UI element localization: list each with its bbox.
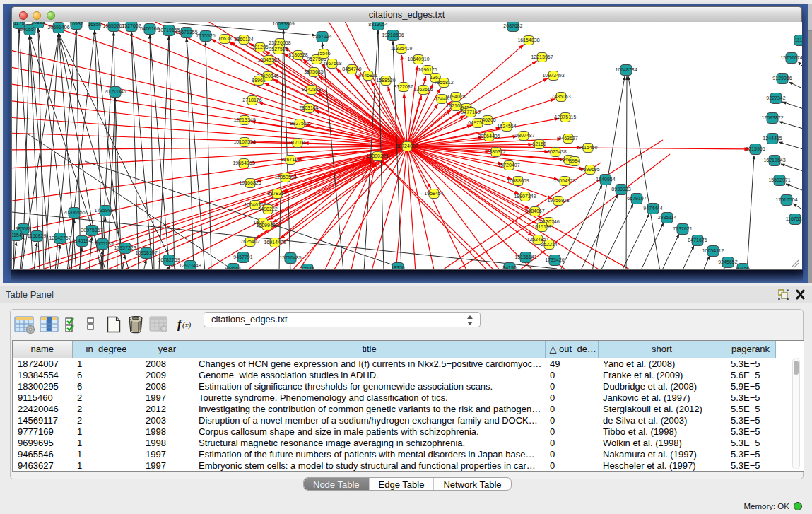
svg-text:9227342: 9227342 xyxy=(766,95,785,100)
svg-text:746206: 746206 xyxy=(479,117,495,122)
svg-text:18300295: 18300295 xyxy=(366,153,388,158)
svg-text:12505135: 12505135 xyxy=(91,241,113,246)
svg-text:2935114: 2935114 xyxy=(658,215,677,220)
svg-text:20053346: 20053346 xyxy=(104,89,126,94)
svg-text:9084067: 9084067 xyxy=(525,209,544,214)
svg-text:17016504: 17016504 xyxy=(775,197,797,202)
svg-text:8984: 8984 xyxy=(569,158,580,163)
svg-text:16850: 16850 xyxy=(88,22,102,27)
svg-text:1624554: 1624554 xyxy=(497,124,516,129)
svg-text:1696175: 1696175 xyxy=(418,67,437,72)
svg-text:20206556: 20206556 xyxy=(63,210,85,215)
svg-text:12942757: 12942757 xyxy=(49,235,71,240)
svg-text:1733426: 1733426 xyxy=(545,257,564,262)
svg-text:6679197: 6679197 xyxy=(627,196,646,201)
svg-text:1167533: 1167533 xyxy=(786,216,802,221)
svg-text:2087682: 2087682 xyxy=(503,23,522,28)
svg-text:1175: 1175 xyxy=(13,22,24,25)
svg-text:2718176: 2718176 xyxy=(242,98,261,103)
svg-text:98961: 98961 xyxy=(252,78,266,83)
svg-text:817004: 817004 xyxy=(289,140,305,145)
svg-text:9245652: 9245652 xyxy=(718,259,737,264)
svg-text:12213967: 12213967 xyxy=(531,54,553,59)
svg-text:7625402: 7625402 xyxy=(240,239,259,244)
svg-text:9794028: 9794028 xyxy=(446,94,465,99)
svg-text:30975867: 30975867 xyxy=(81,228,102,233)
svg-text:19166825: 19166825 xyxy=(239,180,261,185)
svg-text:1244415: 1244415 xyxy=(763,136,782,141)
svg-text:8186328: 8186328 xyxy=(288,52,307,57)
svg-text:11325419: 11325419 xyxy=(391,46,413,51)
svg-text:15751074: 15751074 xyxy=(780,55,802,60)
svg-text:1588520: 1588520 xyxy=(376,78,395,83)
svg-text:18640910: 18640910 xyxy=(407,57,429,62)
svg-text:16543362: 16543362 xyxy=(257,57,279,62)
svg-text:8813054: 8813054 xyxy=(368,22,387,27)
svg-text:8454749: 8454749 xyxy=(342,66,361,71)
svg-text:16671355: 16671355 xyxy=(175,30,197,35)
svg-text:3215955: 3215955 xyxy=(746,146,765,151)
svg-text:15716485: 15716485 xyxy=(279,255,301,260)
svg-text:8878354: 8878354 xyxy=(267,191,286,196)
svg-text:9115460: 9115460 xyxy=(579,145,598,150)
svg-text:9146821: 9146821 xyxy=(358,73,377,78)
svg-text:19654963: 19654963 xyxy=(233,160,254,165)
svg-text:16099489: 16099489 xyxy=(256,223,278,228)
svg-text:1640954: 1640954 xyxy=(596,177,615,182)
svg-text:8471676: 8471676 xyxy=(688,238,707,243)
svg-text:12093872: 12093872 xyxy=(761,115,783,120)
svg-text:17359924: 17359924 xyxy=(94,208,116,213)
svg-text:18356: 18356 xyxy=(391,265,405,269)
svg-text:10025438: 10025438 xyxy=(544,149,566,154)
svg-text:9457791: 9457791 xyxy=(233,255,252,259)
svg-text:7485063: 7485063 xyxy=(551,94,570,99)
svg-text:12923448: 12923448 xyxy=(179,263,201,268)
svg-text:12213349: 12213349 xyxy=(233,117,255,122)
svg-text:944561: 944561 xyxy=(225,266,241,269)
svg-text:8927552: 8927552 xyxy=(290,121,309,126)
svg-text:7955812: 7955812 xyxy=(434,80,453,85)
svg-text:18724007: 18724007 xyxy=(396,144,418,148)
svg-text:6466160: 6466160 xyxy=(140,26,159,31)
svg-text:7357224: 7357224 xyxy=(312,34,331,39)
svg-text:7386372: 7386372 xyxy=(486,149,505,154)
svg-text:17957223: 17957223 xyxy=(114,245,136,250)
svg-text:10654112: 10654112 xyxy=(702,248,724,253)
svg-text:76638: 76638 xyxy=(218,36,232,41)
svg-text:1615132: 1615132 xyxy=(532,224,551,229)
svg-text:10107554: 10107554 xyxy=(233,139,255,144)
svg-text:9463627: 9463627 xyxy=(558,136,577,141)
svg-text:16782759: 16782759 xyxy=(158,257,180,262)
svg-text:5498222: 5498222 xyxy=(258,206,277,211)
svg-text:84190: 84190 xyxy=(502,265,517,269)
svg-text:9129966: 9129966 xyxy=(772,76,792,81)
svg-text:16210643: 16210643 xyxy=(763,158,785,163)
svg-text:9699695: 9699695 xyxy=(580,167,599,172)
svg-text:8322037: 8322037 xyxy=(394,84,413,89)
svg-text:16154838: 16154838 xyxy=(517,37,539,42)
svg-text:2867608: 2867608 xyxy=(322,61,341,66)
svg-text:2803144: 2803144 xyxy=(299,105,318,110)
svg-text:1958454: 1958454 xyxy=(424,191,443,196)
svg-text:391295: 391295 xyxy=(252,45,268,49)
svg-text:252214: 252214 xyxy=(541,242,557,247)
svg-text:(x): (x) xyxy=(182,320,192,329)
svg-text:92456: 92456 xyxy=(736,266,750,269)
svg-text:16648784: 16648784 xyxy=(615,67,637,72)
svg-text:8938923: 8938923 xyxy=(611,187,630,192)
svg-text:8267110: 8267110 xyxy=(281,157,300,162)
svg-text:1156829: 1156829 xyxy=(28,233,47,238)
svg-text:10688609: 10688609 xyxy=(507,178,529,183)
svg-text:3875685: 3875685 xyxy=(304,69,323,74)
svg-text:16914479: 16914479 xyxy=(264,240,286,245)
svg-text:16033809: 16033809 xyxy=(272,22,294,26)
svg-text:8860124: 8860124 xyxy=(234,37,253,42)
svg-text:7632621: 7632621 xyxy=(673,226,692,231)
svg-text:391541: 391541 xyxy=(12,233,25,238)
svg-text:1145194: 1145194 xyxy=(73,238,92,243)
svg-text:75546: 75546 xyxy=(317,51,331,56)
svg-text:1117: 1117 xyxy=(795,37,802,42)
svg-text:12975115: 12975115 xyxy=(555,115,577,119)
svg-text:20893: 20893 xyxy=(31,22,45,25)
svg-text:19218506: 19218506 xyxy=(382,33,404,37)
